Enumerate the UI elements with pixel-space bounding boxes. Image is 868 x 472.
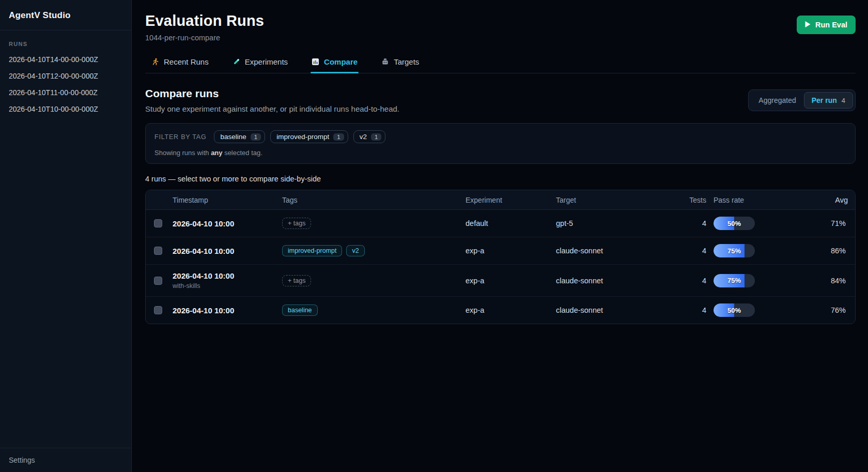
tags-cell: improved-promptv2 [282,245,466,256]
filter-tag-name: baseline [220,133,246,141]
pass-rate-cell: 75% [714,274,817,287]
page-title: Evaluation Runs [145,12,264,29]
avg-value: 76% [817,306,855,314]
sidebar-run-item[interactable]: 2026-04-10T14-00-00-000Z [0,51,131,68]
checkbox-cell [146,306,173,314]
tag-pill-improved-prompt[interactable]: improved-prompt [282,245,342,256]
toggle-option-per-run[interactable]: Per run4 [804,92,853,109]
runner-icon [151,58,159,66]
sidebar-run-item[interactable]: 2026-04-10T12-00-00-000Z [0,68,131,84]
table-row[interactable]: 2026-04-10 10:00baselineexp-aclaude-sonn… [146,297,855,324]
column-header-tests: Tests [675,196,714,204]
runs-table: TimestampTagsExperimentTargetTestsPass r… [145,190,856,324]
filter-tag-name: improved-prompt [276,133,329,141]
avg-value: 71% [817,219,855,227]
filter-tag-count: 1 [251,133,261,141]
filter-label: FILTER BY TAG [154,133,206,141]
column-header-experiment: Experiment [466,196,556,204]
timestamp-cell: 2026-04-10 10:00with-skills [173,271,282,290]
pass-rate-cell: 75% [714,244,817,257]
app-window: AgentV Studio RUNS 2026-04-10T14-00-00-0… [0,0,868,472]
tags-cell: + tags [282,275,466,286]
view-mode-toggle: AggregatedPer run4 [748,89,856,111]
tests-value: 4 [675,277,714,285]
row-checkbox[interactable] [154,277,162,285]
toggle-option-label: Aggregated [758,96,796,104]
tests-value: 4 [675,219,714,227]
pass-rate-label: 50% [714,217,755,230]
test-tube-icon [233,58,240,66]
tests-value: 4 [675,306,714,314]
avg-value: 84% [817,277,855,285]
sidebar-item-settings[interactable]: Settings [0,448,131,472]
pass-rate-bar: 50% [714,303,755,317]
pass-rate-label: 75% [714,244,755,257]
avg-value: 86% [817,247,855,255]
toggle-option-aggregated[interactable]: Aggregated [751,92,803,109]
tag-pill-v2[interactable]: v2 [346,245,364,256]
runs-section-label: RUNS [0,36,131,51]
run-subtitle: with-skills [173,282,282,290]
timestamp-cell: 2026-04-10 10:00 [173,247,282,255]
checkbox-cell [146,219,173,227]
run-timestamp: 2026-04-10 10:00 [173,306,282,315]
filter-tag-v2[interactable]: v21 [353,130,386,143]
sidebar-run-item[interactable]: 2026-04-10T10-00-00-000Z [0,101,131,117]
table-row[interactable]: 2026-04-10 10:00with-skills+ tagsexp-acl… [146,265,855,297]
compare-header-text: Compare runs Study one experiment agains… [145,87,399,113]
timestamp-cell: 2026-04-10 10:00 [173,219,282,228]
experiment-value: exp-a [466,247,556,255]
checkbox-cell [146,247,173,255]
tab-label: Recent Runs [164,57,209,66]
table-row[interactable]: 2026-04-10 10:00+ tagsdefaultgpt-5450%71… [146,210,855,237]
pass-rate-label: 75% [714,274,755,287]
compare-heading: Compare runs [145,87,399,100]
filter-row: FILTER BY TAG baseline1improved-prompt1v… [154,130,846,143]
table-row[interactable]: 2026-04-10 10:00improved-promptv2exp-acl… [146,237,855,265]
filter-tag-name: v2 [360,133,367,141]
filter-note-suffix: selected tag. [223,149,262,157]
target-value: claude-sonnet [556,247,675,255]
compare-header: Compare runs Study one experiment agains… [132,73,868,113]
tab-label: Experiments [245,57,288,66]
filter-tag-improved-prompt[interactable]: improved-prompt1 [270,130,348,143]
pass-rate-bar: 75% [714,274,755,287]
sidebar-run-item[interactable]: 2026-04-10T11-00-00-000Z [0,84,131,101]
run-timestamp: 2026-04-10 10:00 [173,219,282,228]
sidebar: AgentV Studio RUNS 2026-04-10T14-00-00-0… [0,0,132,472]
add-tags-button[interactable]: + tags [282,275,311,286]
toggle-option-label: Per run [812,96,837,104]
run-list: 2026-04-10T14-00-00-000Z2026-04-10T12-00… [0,51,131,117]
tab-bar: Recent RunsExperimentsCompareTargets [145,57,856,73]
column-header-avg: Avg [817,196,855,204]
row-checkbox[interactable] [154,219,162,227]
run-timestamp: 2026-04-10 10:00 [173,247,282,255]
tab-recent-runs[interactable]: Recent Runs [150,57,210,73]
table-body: 2026-04-10 10:00+ tagsdefaultgpt-5450%71… [146,210,855,324]
tab-label: Compare [324,57,358,66]
experiment-value: exp-a [466,306,556,314]
column-header-tags: Tags [282,196,466,204]
column-header-target: Target [556,196,675,204]
tab-experiments[interactable]: Experiments [231,57,289,73]
tag-pill-baseline[interactable]: baseline [282,304,318,316]
run-eval-button[interactable]: Run Eval [797,16,856,34]
pass-rate-cell: 50% [714,303,817,317]
row-checkbox[interactable] [154,306,162,314]
row-checkbox[interactable] [154,247,162,255]
pass-rate-cell: 50% [714,217,817,230]
tests-value: 4 [675,247,714,255]
toggle-option-count: 4 [842,97,845,104]
filter-tag-baseline[interactable]: baseline1 [214,130,265,143]
tab-compare[interactable]: Compare [311,57,359,73]
filter-tag-count: 1 [371,133,381,141]
add-tags-button[interactable]: + tags [282,218,311,229]
page-header: Evaluation Runs 1044-per-run-compare Run… [132,0,868,42]
robot-icon [381,58,389,66]
column-header-pass-rate: Pass rate [714,196,817,204]
tab-targets[interactable]: Targets [380,57,420,73]
pass-rate-bar: 50% [714,217,755,230]
target-value: claude-sonnet [556,306,675,314]
run-eval-label: Run Eval [815,21,847,29]
column-header-timestamp: Timestamp [173,196,282,204]
